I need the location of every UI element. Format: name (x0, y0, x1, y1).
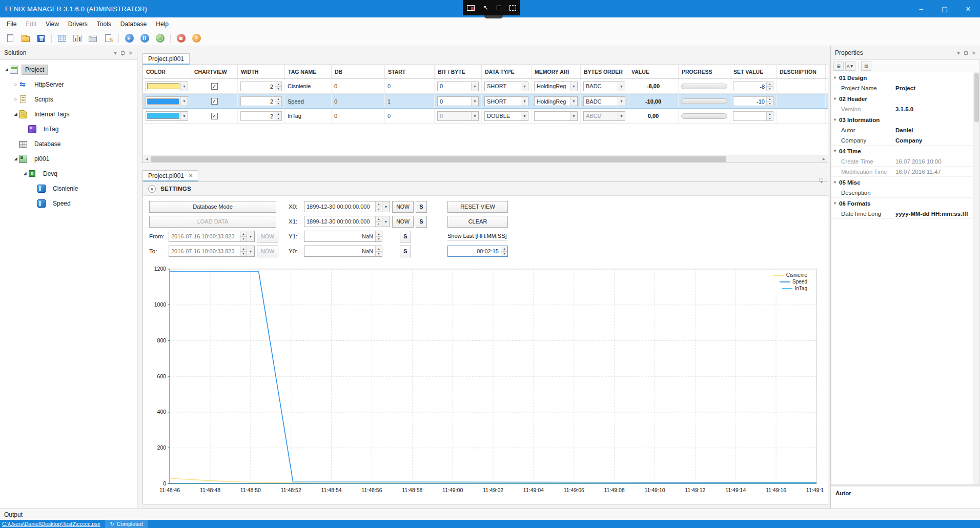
prop-value[interactable]: 3.1.5.0 (892, 104, 973, 114)
from-now-button[interactable]: NOW (257, 231, 278, 242)
bytes-order-dropdown[interactable]: BADC▼ (583, 96, 625, 106)
menu-database[interactable]: Database (116, 18, 151, 30)
print-button[interactable] (87, 32, 99, 45)
expander-icon[interactable]: ▷ (12, 82, 19, 87)
chartview-checkbox[interactable]: ✓ (211, 113, 218, 119)
help-button[interactable] (190, 32, 202, 45)
to-now-button[interactable]: NOW (257, 246, 278, 257)
spinner[interactable]: ▲▼ (240, 246, 247, 256)
prop-row-autor[interactable]: Autor Daniel (831, 125, 973, 135)
close-button[interactable]: ✕ (956, 0, 980, 17)
col-header-bit-byte[interactable]: BIT / BYTE (435, 65, 482, 78)
scroll-right-arrow[interactable]: ► (820, 157, 828, 161)
new-file-button[interactable] (4, 32, 16, 45)
tree-item-project[interactable]: ◢ Project (0, 62, 137, 77)
prop-value[interactable] (892, 188, 973, 197)
data-type-dropdown[interactable]: SHORT▼ (484, 96, 528, 106)
menu-tools[interactable]: Tools (92, 18, 116, 30)
set-value-stepper[interactable]: ▲▼ (733, 111, 773, 121)
color-dropdown[interactable]: ▼ (146, 111, 188, 121)
trend-chart[interactable]: 11:48:4611:48:4811:48:5011:48:5211:48:54… (143, 262, 828, 504)
set-value-stepper[interactable]: -10▲▼ (733, 96, 773, 106)
col-header-start[interactable]: START (385, 65, 435, 78)
y0-s-button[interactable]: S (400, 246, 411, 257)
tree-item-database[interactable]: Database (0, 136, 137, 151)
col-header-set-value[interactable]: SET VALUE (730, 65, 777, 78)
description-cell[interactable] (777, 109, 826, 123)
prop-value[interactable]: Daniel (892, 125, 973, 135)
bit-byte-dropdown[interactable]: 0▼ (437, 82, 479, 91)
window-icon[interactable] (497, 6, 501, 10)
calendar-dropdown-icon[interactable]: ▼ (382, 216, 390, 227)
x1-datetime-input[interactable]: 1899-12-30 00:00:00.000 ▲▼ ▼ (304, 216, 390, 227)
clear-button[interactable]: CLEAR (447, 216, 508, 228)
prop-group-formats[interactable]: ▾06 Formats (831, 198, 973, 209)
tree-item-devq[interactable]: ◢ Devq (0, 166, 137, 181)
prop-row-datetime-long[interactable]: DateTime Long yyyy-MM-dd HH:mm:ss.fff (831, 209, 973, 219)
close-icon[interactable]: ✕ (129, 50, 133, 56)
spinner[interactable]: ▲▼ (275, 97, 281, 106)
prop-value[interactable]: 16.07.2016 11:47 (892, 167, 973, 176)
spinner[interactable]: ▲▼ (375, 201, 382, 212)
prop-group-time[interactable]: ▾04 Time (831, 146, 973, 156)
prop-row-modification-time[interactable]: Modification Time 16.07.2016 11:47 (831, 167, 973, 177)
bit-byte-dropdown[interactable]: 0▼ (437, 96, 479, 106)
y0-input[interactable]: NaN ▲▼ (304, 246, 382, 257)
x0-s-button[interactable]: S (416, 201, 427, 213)
col-header-width[interactable]: WIDTH (238, 65, 285, 78)
tree-item-internal-tags[interactable]: ◢ Internal Tags (0, 107, 137, 121)
menu-edit[interactable]: Edit (21, 18, 41, 30)
width-stepper[interactable]: 2▲▼ (240, 96, 282, 106)
settings-header[interactable]: ∧ SETTINGS (143, 182, 828, 196)
cursor-icon[interactable] (483, 4, 488, 11)
close-icon[interactable]: ✕ (972, 50, 976, 56)
prop-value[interactable]: Company (892, 135, 973, 145)
open-folder-button[interactable] (19, 32, 32, 45)
fullscreen-icon[interactable] (509, 5, 516, 11)
x1-now-button[interactable]: NOW (392, 216, 414, 228)
chartview-checkbox[interactable]: ✓ (211, 83, 218, 90)
collapse-chevron-icon[interactable]: ∧ (148, 185, 156, 193)
minimize-button[interactable]: – (909, 0, 933, 17)
run-button[interactable] (123, 32, 135, 45)
expander-icon[interactable]: ◢ (22, 171, 28, 176)
pause-button[interactable] (138, 32, 151, 45)
splitter[interactable] (142, 163, 828, 169)
tree-item-scripts[interactable]: ▷ Scripts (0, 92, 137, 107)
database-mode-button[interactable]: Database Mode (149, 201, 276, 213)
calendar-dropdown-icon[interactable]: ▼ (247, 231, 254, 241)
bit-byte-dropdown[interactable]: 0▼ (437, 111, 479, 121)
load-data-button[interactable]: LOAD DATA (149, 216, 276, 228)
categorize-icon[interactable]: ⊞ (833, 62, 844, 71)
menu-file[interactable]: File (2, 18, 21, 30)
chevron-down-icon[interactable]: ▾ (114, 50, 117, 56)
expander-icon[interactable]: ◢ (3, 67, 10, 72)
spinner[interactable]: ▲▼ (766, 82, 773, 91)
prop-value[interactable]: yyyy-MM-dd HH:mm:ss.fff (892, 209, 973, 218)
chart-view-button[interactable] (71, 32, 84, 45)
spinner[interactable]: ▲▼ (375, 216, 382, 227)
prop-row-company[interactable]: Company Company (831, 135, 973, 146)
col-header-description[interactable]: DESCRIPTION (777, 65, 826, 78)
pin-icon[interactable] (121, 51, 125, 55)
chevron-down-icon[interactable]: ▾ (957, 50, 960, 56)
to-datetime-input[interactable]: 2016-07-16 10:00:33.823 ▲▼ ▼ (169, 246, 255, 257)
memory-area-dropdown[interactable]: ▼ (534, 111, 578, 121)
horizontal-scrollbar[interactable]: ◄ ► (143, 155, 828, 163)
tab-close-icon[interactable]: ✕ (189, 173, 193, 178)
chart-plot[interactable]: 11:48:4611:48:4811:48:5011:48:5211:48:54… (146, 264, 824, 502)
grid-row-cisnienie[interactable]: ▼ ✓ 2▲▼ Cisnienie 0 0 0▼ SHORT▼ HoldingR… (143, 79, 828, 94)
prop-group-header[interactable]: ▾02 Header (831, 93, 973, 104)
scrollbar-thumb[interactable] (151, 156, 726, 162)
spinner[interactable]: ▲▼ (375, 231, 382, 241)
prop-group-information[interactable]: ▾03 Information (831, 114, 973, 125)
prop-group-misc[interactable]: ▾05 Misc (831, 177, 973, 188)
save-button[interactable] (35, 32, 47, 45)
width-stepper[interactable]: 2▲▼ (240, 82, 282, 91)
grid-row-speed[interactable]: ▼ ✓ 2▲▼ Speed 0 1 0▼ SHORT▼ HoldingReg▼ … (143, 94, 828, 109)
memory-area-dropdown[interactable]: HoldingReg▼ (534, 82, 578, 91)
spinner[interactable]: ▲▼ (375, 246, 382, 256)
expander-icon[interactable]: ◢ (12, 156, 19, 161)
menu-help[interactable]: Help (151, 18, 173, 30)
color-dropdown[interactable]: ▼ (146, 96, 188, 106)
